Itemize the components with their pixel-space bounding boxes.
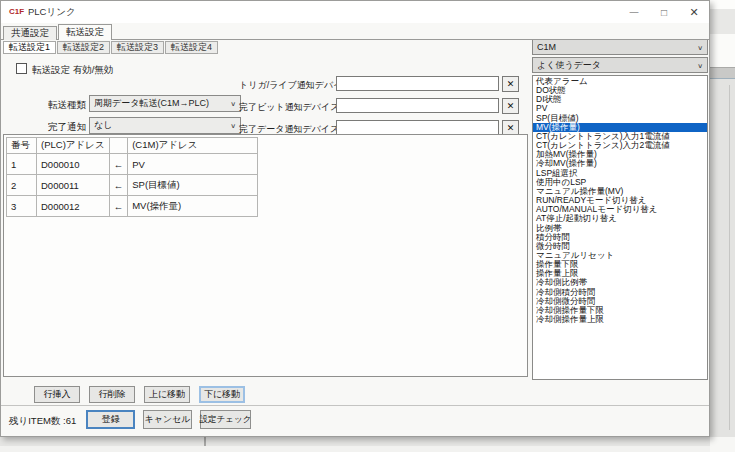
sub-tab-bar: 転送設定1 転送設定2 転送設定3 転送設定4 [3,41,219,54]
table-row[interactable]: 1 D000010 ← PV [7,154,258,175]
transfer-enable-checkbox[interactable] [16,63,27,74]
table-row[interactable]: 2 D000011 ← SP(目標値) [7,175,258,196]
maximize-icon: □ [661,7,667,18]
plc-address-cell[interactable]: D000012 [37,196,110,217]
c1m-address-cell[interactable]: PV [128,154,258,175]
common-data-item[interactable]: 操作量上限 [533,269,707,278]
background-window [710,0,735,452]
common-data-item[interactable]: 操作量下限 [533,260,707,269]
common-data-item[interactable]: マニュアル操作量(MV) [533,187,707,196]
chevron-down-icon: ∨ [697,61,703,68]
row-number-cell[interactable]: 2 [7,175,37,196]
screen: C1F PLCリンク — □ ✕ 共通設定 転送設定 転送設定1 転送設定2 転… [0,0,735,452]
table-header-row: 番号 (PLC)アドレス (C1M)アドレス [7,138,258,154]
address-table-panel: 番号 (PLC)アドレス (C1M)アドレス 1 D000010 ← PV 2 … [3,134,528,377]
common-data-item[interactable]: 微分時間 [533,242,707,251]
trigger-device-input[interactable] [336,76,499,91]
settings-check-button[interactable]: 設定チェック [200,410,251,429]
trigger-device-clear-button[interactable]: ✕ [502,76,519,92]
row-number-cell[interactable]: 3 [7,196,37,217]
maximize-button[interactable]: □ [649,1,679,23]
common-data-item[interactable]: 比例帯 [533,224,707,233]
completion-value: なし [94,119,112,132]
insert-row-button[interactable]: 行挿入 [34,386,80,403]
subtab-transfer-2[interactable]: 転送設定2 [57,41,110,54]
clear-icon: ✕ [507,79,515,89]
data-category-value: よく使うデータ [537,59,601,72]
move-up-button[interactable]: 上に移動 [144,386,190,403]
common-data-item[interactable]: 冷却MV(操作量) [533,159,707,168]
common-data-item[interactable]: 冷却側操作量上限 [533,315,707,324]
subtab-transfer-3[interactable]: 転送設定3 [111,41,164,54]
cancel-button[interactable]: キャンセル [143,410,192,429]
plc-address-cell[interactable]: D000010 [37,154,110,175]
clear-icon: ✕ [507,101,515,111]
common-data-item[interactable]: SP(目標値) [533,114,707,123]
common-data-item[interactable]: DI状態 [533,95,707,104]
background-band [710,67,735,79]
completion-label: 完了通知 [31,121,86,134]
transfer-type-value: 周期データ転送(C1M→PLC) [94,97,209,110]
col-header-c1m-address[interactable]: (C1M)アドレス [128,138,258,154]
col-header-arrow [109,138,128,154]
common-data-item[interactable]: 使用中のLSP [533,178,707,187]
minimize-icon: — [630,7,639,17]
complete-bit-device-input[interactable] [336,98,499,113]
transfer-type-label: 転送種類 [31,99,86,112]
common-data-item[interactable]: マニュアルリセット [533,251,707,260]
background-band [710,0,735,9]
common-data-item[interactable]: 冷却側積分時間 [533,288,707,297]
common-data-item[interactable]: 冷却側比例帯 [533,278,707,287]
common-data-item[interactable]: AT停止/起動切り替え [533,214,707,223]
common-data-item[interactable]: CT(カレントトランス)入力1電流値 [533,132,707,141]
row-number-cell[interactable]: 1 [7,154,37,175]
common-data-item[interactable]: 加熱MV(操作量) [533,150,707,159]
move-down-button[interactable]: 下に移動 [199,386,245,403]
background-band [0,446,710,452]
common-data-item[interactable]: DO状態 [533,86,707,95]
complete-bit-device-clear-button[interactable]: ✕ [502,98,519,114]
common-data-item[interactable]: PV [533,104,707,113]
common-data-item[interactable]: 代表アラーム [533,77,707,86]
common-data-list[interactable]: 代表アラームDO状態DI状態PVSP(目標値)MV(操作量)CT(カレントトラン… [532,75,708,380]
complete-data-device-input[interactable] [336,120,499,135]
background-divider [729,85,730,430]
address-table: 番号 (PLC)アドレス (C1M)アドレス 1 D000010 ← PV 2 … [6,137,258,217]
close-button[interactable]: ✕ [679,1,709,23]
subtab-transfer-1[interactable]: 転送設定1 [3,41,56,54]
common-data-item[interactable]: 冷却側操作量下限 [533,306,707,315]
plc-address-cell[interactable]: D000011 [37,175,110,196]
transfer-type-select[interactable]: 周期データ転送(C1M→PLC) ∨ [89,95,241,112]
tab-common-settings[interactable]: 共通設定 [3,26,57,40]
minimize-button[interactable]: — [619,1,649,23]
common-data-item[interactable]: 冷却側微分時間 [533,297,707,306]
common-data-item[interactable]: AUTO/MANUALモード切り替え [533,205,707,214]
data-category-select[interactable]: よく使うデータ ∨ [532,57,708,73]
common-data-item[interactable]: MV(操作量) [533,123,707,132]
table-row[interactable]: 3 D000012 ← MV(操作量) [7,196,258,217]
transfer-enable-label: 転送設定 有効/無効 [32,64,113,77]
common-data-item[interactable]: CT(カレントトランス)入力2電流値 [533,141,707,150]
chevron-down-icon: ∨ [697,43,703,50]
tab-transfer-settings[interactable]: 転送設定 [58,24,112,40]
col-header-plc-address[interactable]: (PLC)アドレス [37,138,110,154]
c1m-address-cell[interactable]: SP(目標値) [128,175,258,196]
common-data-item[interactable]: RUN/READYモード切り替え [533,196,707,205]
arrow-left-icon: ← [109,175,128,196]
completion-select[interactable]: なし ∨ [89,117,241,134]
close-icon: ✕ [689,6,698,19]
c1m-address-cell[interactable]: MV(操作量) [128,196,258,217]
title-bar[interactable]: C1F PLCリンク — □ ✕ [1,1,709,23]
col-header-number[interactable]: 番号 [7,138,37,154]
device-model-select[interactable]: C1M ∨ [532,39,708,55]
delete-row-button[interactable]: 行削除 [89,386,135,403]
main-tab-bar: 共通設定 転送設定 [3,24,113,40]
footer-divider [1,405,709,406]
common-data-item[interactable]: LSP組選択 [533,169,707,178]
app-logo-icon: C1F [9,7,24,16]
background-band [710,437,735,452]
trigger-device-label: トリガ/ライブ通知デバイス [239,79,333,92]
subtab-transfer-4[interactable]: 転送設定4 [165,41,218,54]
register-button[interactable]: 登録 [86,410,135,429]
common-data-item[interactable]: 積分時間 [533,233,707,242]
